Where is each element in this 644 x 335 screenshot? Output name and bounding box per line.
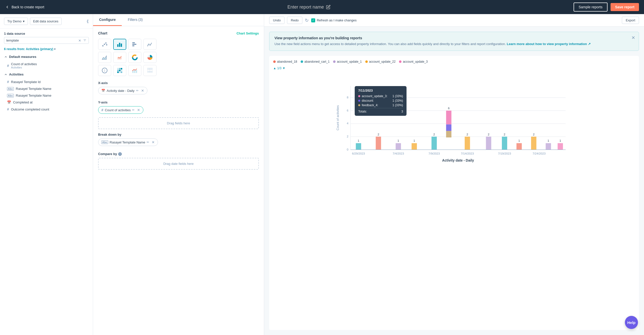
chart-type-area[interactable]	[98, 52, 111, 63]
field-outcome-completed-count[interactable]: # Outcome completed count	[0, 106, 93, 113]
field-completed-at[interactable]: 📅 Completed at	[0, 99, 93, 106]
svg-rect-10	[119, 43, 120, 47]
svg-text:0: 0	[347, 147, 348, 151]
svg-point-8	[106, 44, 107, 46]
top-nav-actions: Sample reports Save report	[574, 3, 639, 12]
x-axis-remove-icon[interactable]: ✕	[141, 89, 144, 93]
help-button[interactable]: Help	[625, 316, 638, 329]
hash-icon: #	[7, 107, 9, 111]
collapse-sidebar-button[interactable]: ⟪	[87, 19, 89, 24]
breakdown-edit-icon[interactable]: ✏	[147, 140, 149, 144]
field-rasayel-template-name-2[interactable]: Abc Rasayel Template Name	[0, 92, 93, 99]
section-default-measures[interactable]: Default measures	[0, 53, 93, 61]
svg-rect-28	[119, 70, 120, 71]
breakdown-remove-icon[interactable]: ✕	[152, 140, 155, 144]
try-demo-chevron-icon: ▾	[23, 19, 25, 23]
field-rasayel-template-id[interactable]: # Rasayel Template Id	[0, 78, 93, 85]
edit-title-icon[interactable]	[326, 5, 331, 9]
compare-drag-zone[interactable]: Drag date fields here	[98, 158, 259, 170]
prev-legend-icon[interactable]: ▲	[273, 66, 276, 70]
back-to-create-link[interactable]: Back to create report	[5, 5, 44, 9]
x-axis-edit-icon[interactable]: ✏	[136, 89, 139, 92]
svg-text:Count of activities: Count of activities	[336, 105, 340, 130]
svg-rect-74	[531, 136, 536, 150]
right-chart-panel: Undo Redo ↻ Refresh as I make changes Ex…	[264, 14, 644, 335]
chart-type-donut[interactable]	[128, 52, 141, 63]
refresh-check-area: Refresh as I make changes	[311, 18, 356, 22]
field-rasayel-template-name-1[interactable]: Abc Rasayel Template Name	[0, 85, 93, 92]
svg-text:2: 2	[347, 135, 348, 138]
y-axis-remove-icon[interactable]: ✕	[137, 108, 140, 112]
info-banner-text: Use the new field actions menu to get ac…	[274, 42, 634, 47]
chart-type-heatmap[interactable]	[113, 65, 126, 76]
filter-icon[interactable]	[83, 39, 87, 42]
svg-text:2: 2	[467, 132, 468, 136]
chart-type-horizontal-bar[interactable]	[128, 39, 141, 50]
svg-text:Activity date - Daily: Activity date - Daily	[442, 159, 474, 162]
svg-rect-36	[147, 68, 152, 69]
legend-label: account_update_22	[369, 60, 395, 63]
y-axis-field[interactable]: # Count of activities ✏ ✕	[98, 106, 143, 114]
y-axis-edit-icon[interactable]: ✏	[132, 108, 135, 112]
compare-info-icon[interactable]: i	[118, 152, 122, 156]
chart-type-line[interactable]	[143, 39, 156, 50]
redo-button[interactable]: Redo	[287, 17, 302, 24]
info-banner-link[interactable]: Learn more about how to view property in…	[507, 42, 591, 46]
svg-rect-26	[121, 68, 122, 69]
try-demo-button[interactable]: Try Demo ▾	[4, 18, 28, 25]
save-report-button[interactable]: Save report	[611, 3, 639, 11]
edit-sources-button[interactable]: Edit data sources	[30, 18, 62, 25]
field-source: Activities	[11, 66, 37, 69]
svg-rect-31	[119, 71, 120, 73]
chart-type-pie[interactable]	[143, 52, 156, 63]
next-legend-icon[interactable]: ▼	[283, 66, 286, 70]
refresh-button[interactable]: ↻	[305, 18, 309, 23]
svg-rect-78	[558, 143, 563, 150]
chart-type-scatter[interactable]	[98, 39, 111, 50]
legend-item-abandoned-cart-1: abandoned_cart_1	[301, 60, 330, 63]
info-banner-close-icon[interactable]: ✕	[631, 35, 635, 41]
svg-rect-72	[516, 143, 522, 150]
chart-type-number[interactable]: 1	[98, 65, 111, 76]
sample-reports-button[interactable]: Sample reports	[574, 3, 608, 12]
svg-text:2: 2	[488, 132, 489, 136]
chart-type-stacked-area[interactable]	[113, 52, 126, 63]
legend-dot	[365, 60, 368, 63]
svg-rect-76	[546, 143, 551, 150]
chart-container: abandoned_18 abandoned_cart_1 account_up…	[269, 56, 639, 330]
x-axis-field[interactable]: 📅 Activity date - Daily ✏ ✕	[98, 87, 147, 94]
try-demo-label: Try Demo	[7, 19, 22, 23]
abc-icon-breakdown: Abc	[101, 140, 108, 144]
svg-rect-29	[121, 70, 122, 71]
data-source-label: 1 data source	[0, 29, 93, 37]
x-axis-label: X-axis	[98, 81, 259, 85]
chart-type-pivot[interactable]	[143, 65, 156, 76]
chart-settings-link[interactable]: Chart Settings	[236, 31, 259, 35]
legend-dot	[333, 60, 336, 63]
svg-rect-13	[132, 44, 136, 45]
chart-type-bar[interactable]	[113, 39, 126, 50]
tab-filters[interactable]: Filters (3)	[122, 14, 149, 26]
field-count-activities[interactable]: # Count of activities Activities	[0, 61, 93, 70]
tab-configure[interactable]: Configure	[93, 14, 122, 26]
svg-text:7/19/2023: 7/19/2023	[498, 152, 511, 155]
section-label: Activities	[9, 72, 24, 76]
primary-source-link[interactable]: Activities (primary)	[26, 47, 53, 51]
y-axis-drag-zone[interactable]: Drag fields here	[98, 117, 259, 129]
report-title-area: Enter report name	[287, 5, 330, 10]
svg-rect-37	[147, 70, 152, 71]
refresh-checkbox[interactable]	[311, 18, 315, 22]
svg-rect-60	[431, 136, 437, 150]
svg-text:1: 1	[559, 139, 561, 142]
report-title-input[interactable]: Enter report name	[287, 5, 324, 10]
svg-rect-58	[412, 143, 417, 150]
breakdown-field[interactable]: Abc Rasayel Template Name ✏ ✕	[98, 138, 158, 146]
export-button[interactable]: Export	[622, 17, 639, 24]
legend-page: 1/3	[277, 66, 281, 70]
field-name: Count of activities	[11, 62, 37, 66]
clear-search-icon[interactable]	[78, 39, 82, 42]
chart-type-combo[interactable]	[128, 65, 141, 76]
undo-button[interactable]: Undo	[269, 17, 285, 24]
section-activities[interactable]: Activities	[0, 70, 93, 78]
search-input[interactable]	[6, 39, 76, 42]
